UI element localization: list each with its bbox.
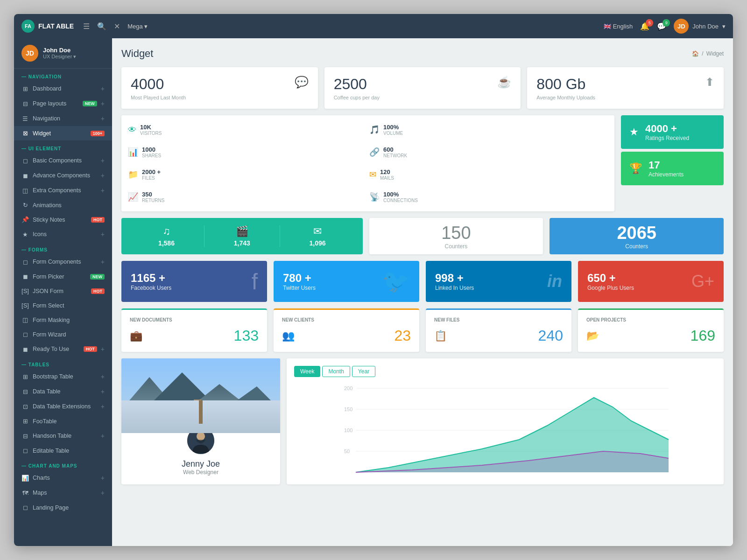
select-icon: [S] — [21, 302, 29, 309]
sidebar-item-page-layouts[interactable]: ⊟ Page layouts NEW + — [14, 96, 112, 111]
plus-icon: + — [101, 388, 105, 395]
side-cards: ★ 4000 + Ratings Received 🏆 17 Achieveme… — [621, 115, 724, 211]
social-row: 1165 + Facebook Users f 780 + Twitter Us… — [121, 261, 724, 302]
sidebar-user: JD John Doe UX Designer ▾ — [14, 38, 112, 69]
briefcase-icon: 💼 — [130, 330, 142, 342]
mini-value: 1000 — [142, 146, 161, 153]
plus-icon: + — [101, 474, 105, 482]
sidebar-item-data-table-ext[interactable]: ⊡ Data Table Extensions + — [14, 399, 112, 414]
search-icon[interactable]: 🔍 — [97, 22, 106, 31]
plus-icon: + — [101, 403, 105, 410]
doc-title: NEW DOCUMENTS — [130, 317, 259, 322]
sidebar-item-json-form[interactable]: [S] JSON Form HOT — [14, 284, 112, 298]
data-table-icon: ⊟ — [21, 388, 29, 395]
sidebar-item-label: Charts — [33, 475, 97, 481]
sidebar-item-advance-components[interactable]: ◼ Advance Components + — [14, 168, 112, 183]
profile-info: Jenny Joe Web Designer — [121, 433, 280, 483]
new-badge: NEW — [90, 274, 105, 280]
sidebar-item-bootstrap-table[interactable]: ⊞ Bootstrap Table + — [14, 369, 112, 384]
mini-label: NETWORK — [383, 153, 407, 158]
mini-value: 600 — [383, 146, 407, 153]
sidebar-item-landing-page[interactable]: ◻ Landing Page — [14, 500, 112, 515]
mini-stat-mails: ✉ 120 MAILS — [369, 165, 608, 184]
sidebar-item-form-select[interactable]: [S] Form Select — [14, 298, 112, 313]
messages-button[interactable]: 💬 9 — [657, 22, 666, 31]
close-icon[interactable]: ✕ — [114, 22, 120, 31]
sidebar-item-navigation[interactable]: ☰ Navigation + — [14, 111, 112, 126]
eye-icon: 👁 — [128, 125, 136, 135]
sidebar-item-label: Data Table — [33, 388, 97, 395]
sidebar-item-form-masking[interactable]: ◫ Form Masking — [14, 313, 112, 327]
icons-icon: ★ — [21, 231, 29, 238]
doc-bottom: 👥 23 — [282, 327, 411, 344]
linkedin-icon: in — [547, 272, 562, 291]
doc-bottom: 📂 169 — [586, 327, 715, 344]
doc-value: 169 — [691, 327, 715, 344]
chart-tab-week[interactable]: Week — [294, 366, 320, 377]
stat-value: 2500 — [334, 76, 367, 93]
user-menu-button[interactable]: JD John Doe ▾ — [674, 19, 726, 34]
google-value: 650 + — [587, 272, 634, 285]
sidebar-item-form-picker[interactable]: ◼ Form Picker NEW — [14, 269, 112, 284]
breadcrumb: 🏠 / Widget — [692, 50, 724, 57]
star-icon: ★ — [629, 126, 639, 138]
sidebar-item-editable-table[interactable]: ◻ Editable Table — [14, 443, 112, 458]
sidebar-item-label: Widget — [33, 130, 87, 137]
chart-tab-year[interactable]: Year — [352, 366, 375, 377]
chart-tab-month[interactable]: Month — [322, 366, 350, 377]
doc-value: 240 — [538, 327, 563, 344]
mini-value: 120 — [380, 168, 394, 175]
achievements-card: 🏆 17 Achievements — [621, 152, 724, 185]
sidebar-user-info: John Doe UX Designer ▾ — [43, 47, 76, 60]
navigation-icon: ☰ — [21, 115, 29, 122]
counter-white-label: Counters — [445, 243, 468, 250]
sidebar-item-handson-table[interactable]: ⊟ Handson Table + — [14, 428, 112, 443]
twitter-info: 780 + Twitter Users — [283, 272, 316, 291]
sidebar-item-widget[interactable]: ⊠ Widget 100+ — [14, 126, 112, 140]
sidebar-item-sticky-notes[interactable]: 📌 Sticky Notes HOT — [14, 212, 112, 227]
sidebar-item-footable[interactable]: ⊞ FooTable — [14, 414, 112, 428]
sidebar-item-charts[interactable]: 📊 Charts + — [14, 470, 112, 485]
doc-value: 133 — [234, 327, 259, 344]
sidebar-item-label: Form Components — [33, 259, 97, 265]
sidebar-item-extra-components[interactable]: ◫ Extra Components + — [14, 183, 112, 198]
sidebar-item-data-table[interactable]: ⊟ Data Table + — [14, 384, 112, 399]
sidebar-item-label: Page layouts — [33, 100, 79, 107]
mini-stat-files: 📁 2000 + FILES — [128, 165, 366, 184]
sidebar-item-label: Form Wizard — [33, 331, 105, 338]
sidebar-item-animations[interactable]: ↻ Animations — [14, 198, 112, 212]
sidebar-item-ready-to-use[interactable]: ◼ Ready To Use HOT + — [14, 342, 112, 357]
sidebar-item-maps[interactable]: 🗺 Maps + — [14, 485, 112, 500]
counter-blue-card: 2065 Counters — [550, 218, 724, 254]
sidebar-item-form-components[interactable]: ◻ Form Components + — [14, 254, 112, 269]
home-icon: 🏠 — [692, 50, 699, 57]
sidebar-item-form-wizard[interactable]: ◻ Form Wizard — [14, 327, 112, 342]
sidebar-item-icons[interactable]: ★ Icons + — [14, 227, 112, 242]
svg-text:100: 100 — [344, 427, 352, 433]
section-label-tables: — TABLES — [14, 357, 112, 369]
notifications-button[interactable]: 🔔 5 — [640, 22, 649, 31]
twitter-value: 780 + — [283, 272, 316, 285]
chart-area: 200 150 100 50 — [294, 384, 716, 477]
svg-text:150: 150 — [344, 406, 352, 412]
plus-icon: + — [101, 231, 105, 238]
facebook-card: 1165 + Facebook Users f — [121, 261, 267, 302]
section-label-chart-maps: — CHART AND MAPS — [14, 458, 112, 470]
sidebar-item-basic-components[interactable]: ◻ Basic Components + — [14, 153, 112, 168]
mini-value: 100% — [383, 191, 418, 198]
hamburger-icon[interactable]: ☰ — [83, 22, 90, 31]
form-picker-icon: ◼ — [21, 273, 29, 280]
language-selector[interactable]: 🇬🇧 English — [604, 23, 633, 30]
sidebar-item-dashboard[interactable]: ⊞ Dashboard + — [14, 81, 112, 96]
new-clients-card: NEW CLIENTS 👥 23 — [274, 308, 419, 352]
notifications-badge: 5 — [646, 19, 653, 27]
plus-icon: + — [101, 115, 105, 122]
signal-icon: 📡 — [369, 192, 380, 202]
mega-menu-button[interactable]: Mega ▾ — [127, 23, 148, 30]
logo-icon: FA — [21, 20, 35, 33]
json-icon: [S] — [21, 287, 29, 294]
user-name: John Doe — [692, 23, 719, 30]
topbar-right: 🇬🇧 English 🔔 5 💬 9 JD John Doe ▾ — [604, 19, 726, 34]
music-note-icon: ♫ — [162, 225, 170, 238]
sidebar-item-label: Editable Table — [33, 448, 105, 454]
